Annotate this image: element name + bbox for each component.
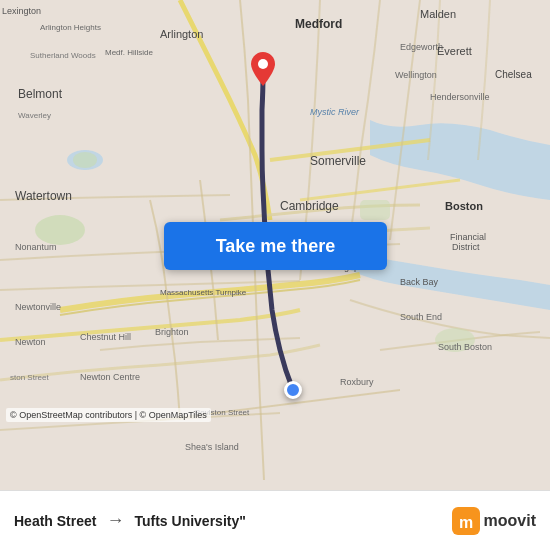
svg-text:Massachusetts Turnpike: Massachusetts Turnpike xyxy=(160,288,247,297)
svg-text:Chelsea: Chelsea xyxy=(495,69,532,80)
svg-text:Newton Centre: Newton Centre xyxy=(80,372,140,382)
route-from: Heath Street xyxy=(14,513,96,529)
svg-text:Medf. Hillside: Medf. Hillside xyxy=(105,48,154,57)
svg-text:Financial: Financial xyxy=(450,232,486,242)
svg-text:Roxbury: Roxbury xyxy=(340,377,374,387)
svg-text:Wellington: Wellington xyxy=(395,70,437,80)
svg-text:Shea's Island: Shea's Island xyxy=(185,442,239,452)
svg-text:Hendersonville: Hendersonville xyxy=(430,92,490,102)
svg-text:Lexington: Lexington xyxy=(2,6,41,16)
svg-text:Somerville: Somerville xyxy=(310,154,366,168)
svg-text:Mystic River: Mystic River xyxy=(310,107,360,117)
svg-text:Newton: Newton xyxy=(15,337,46,347)
moovit-icon: m xyxy=(452,507,480,535)
bottom-bar: Heath Street → Tufts University" m moovi… xyxy=(0,490,550,550)
map-container: Lexington Arlington Heights Arlington Me… xyxy=(0,0,550,490)
svg-text:Waverley: Waverley xyxy=(18,111,51,120)
svg-text:Back Bay: Back Bay xyxy=(400,277,439,287)
svg-text:Cambridge: Cambridge xyxy=(280,199,339,213)
svg-text:South Boston: South Boston xyxy=(438,342,492,352)
svg-point-42 xyxy=(258,59,268,69)
svg-text:ston Street: ston Street xyxy=(10,373,49,382)
cta-button-label: Take me there xyxy=(216,236,336,257)
arrow-icon: → xyxy=(106,510,124,531)
destination-marker xyxy=(251,52,275,90)
moovit-logo: m moovit xyxy=(452,507,536,535)
moovit-text: moovit xyxy=(484,512,536,530)
route-to: Tufts University" xyxy=(134,513,245,529)
svg-point-2 xyxy=(35,215,85,245)
svg-text:Nonantum: Nonantum xyxy=(15,242,57,252)
svg-text:Watertown: Watertown xyxy=(15,189,72,203)
svg-text:Arlington Heights: Arlington Heights xyxy=(40,23,101,32)
svg-text:South End: South End xyxy=(400,312,442,322)
svg-point-3 xyxy=(73,152,97,168)
svg-text:Chestnut Hill: Chestnut Hill xyxy=(80,332,131,342)
svg-text:Medford: Medford xyxy=(295,17,342,31)
map-attribution: © OpenStreetMap contributors | © OpenMap… xyxy=(6,408,211,422)
origin-marker xyxy=(284,381,302,399)
svg-text:Arlington: Arlington xyxy=(160,28,203,40)
svg-text:Belmont: Belmont xyxy=(18,87,63,101)
svg-text:Sutherland Woods: Sutherland Woods xyxy=(30,51,96,60)
svg-rect-4 xyxy=(360,200,390,220)
svg-text:Boston: Boston xyxy=(445,200,483,212)
svg-text:District: District xyxy=(452,242,480,252)
svg-text:Brighton: Brighton xyxy=(155,327,189,337)
svg-text:Everett: Everett xyxy=(437,45,472,57)
svg-text:m: m xyxy=(458,514,472,531)
svg-text:Malden: Malden xyxy=(420,8,456,20)
take-me-there-button[interactable]: Take me there xyxy=(164,222,387,270)
svg-text:Newtonville: Newtonville xyxy=(15,302,61,312)
